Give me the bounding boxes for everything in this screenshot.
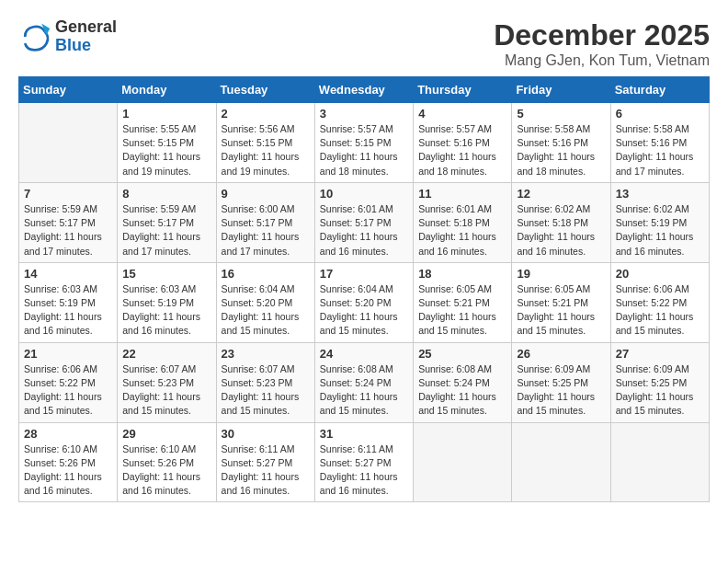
calendar-cell bbox=[512, 422, 610, 502]
day-info: Sunrise: 5:58 AM Sunset: 5:16 PM Dayligh… bbox=[517, 122, 605, 178]
day-info: Sunrise: 5:57 AM Sunset: 5:16 PM Dayligh… bbox=[418, 122, 506, 178]
day-info: Sunrise: 6:07 AM Sunset: 5:23 PM Dayligh… bbox=[222, 362, 310, 419]
day-info: Sunrise: 6:05 AM Sunset: 5:21 PM Dayligh… bbox=[418, 282, 506, 339]
day-number: 20 bbox=[616, 267, 704, 281]
calendar-cell: 11Sunrise: 6:01 AM Sunset: 5:18 PM Dayli… bbox=[414, 182, 512, 262]
weekday-header-row: SundayMondayTuesdayWednesdayThursdayFrid… bbox=[19, 77, 710, 103]
day-number: 27 bbox=[616, 347, 704, 361]
day-info: Sunrise: 6:05 AM Sunset: 5:21 PM Dayligh… bbox=[517, 282, 605, 339]
calendar-cell: 3Sunrise: 5:57 AM Sunset: 5:15 PM Daylig… bbox=[314, 103, 413, 183]
day-number: 4 bbox=[418, 107, 506, 121]
day-info: Sunrise: 6:08 AM Sunset: 5:24 PM Dayligh… bbox=[418, 362, 506, 419]
day-number: 12 bbox=[517, 187, 605, 201]
calendar-cell: 2Sunrise: 5:56 AM Sunset: 5:15 PM Daylig… bbox=[216, 103, 314, 183]
day-info: Sunrise: 6:09 AM Sunset: 5:25 PM Dayligh… bbox=[517, 362, 605, 419]
calendar-cell: 20Sunrise: 6:06 AM Sunset: 5:22 PM Dayli… bbox=[610, 262, 709, 342]
calendar-cell: 30Sunrise: 6:11 AM Sunset: 5:27 PM Dayli… bbox=[216, 422, 314, 502]
calendar-cell: 24Sunrise: 6:08 AM Sunset: 5:24 PM Dayli… bbox=[314, 342, 413, 422]
day-info: Sunrise: 6:06 AM Sunset: 5:22 PM Dayligh… bbox=[616, 282, 704, 339]
calendar-cell: 27Sunrise: 6:09 AM Sunset: 5:25 PM Dayli… bbox=[610, 342, 709, 422]
calendar-subtitle: Mang GJen, Kon Tum, Vietnam bbox=[494, 52, 710, 69]
calendar-cell: 18Sunrise: 6:05 AM Sunset: 5:21 PM Dayli… bbox=[414, 262, 512, 342]
day-number: 29 bbox=[122, 427, 210, 441]
weekday-header-wednesday: Wednesday bbox=[314, 77, 413, 103]
day-number: 6 bbox=[616, 107, 704, 121]
calendar-cell: 12Sunrise: 6:02 AM Sunset: 5:18 PM Dayli… bbox=[512, 182, 610, 262]
day-info: Sunrise: 6:11 AM Sunset: 5:27 PM Dayligh… bbox=[222, 442, 310, 499]
day-number: 10 bbox=[320, 187, 408, 201]
calendar-cell bbox=[610, 422, 709, 502]
day-number: 17 bbox=[320, 267, 408, 281]
logo-icon bbox=[18, 20, 51, 53]
day-info: Sunrise: 6:11 AM Sunset: 5:27 PM Dayligh… bbox=[320, 442, 408, 499]
day-info: Sunrise: 5:58 AM Sunset: 5:16 PM Dayligh… bbox=[616, 122, 704, 178]
weekday-header-friday: Friday bbox=[512, 77, 610, 103]
week-row-4: 21Sunrise: 6:06 AM Sunset: 5:22 PM Dayli… bbox=[19, 342, 710, 422]
day-number: 15 bbox=[122, 267, 210, 281]
day-number: 11 bbox=[418, 187, 506, 201]
day-number: 13 bbox=[616, 187, 704, 201]
day-info: Sunrise: 6:04 AM Sunset: 5:20 PM Dayligh… bbox=[320, 282, 408, 339]
day-number: 19 bbox=[517, 267, 605, 281]
calendar-cell: 22Sunrise: 6:07 AM Sunset: 5:23 PM Dayli… bbox=[118, 342, 216, 422]
day-number: 22 bbox=[122, 347, 210, 361]
day-info: Sunrise: 6:01 AM Sunset: 5:18 PM Dayligh… bbox=[418, 202, 506, 259]
title-block: December 2025 Mang GJen, Kon Tum, Vietna… bbox=[494, 18, 710, 69]
day-number: 8 bbox=[122, 187, 210, 201]
day-number: 26 bbox=[517, 347, 605, 361]
calendar-cell: 13Sunrise: 6:02 AM Sunset: 5:19 PM Dayli… bbox=[610, 182, 709, 262]
calendar-cell: 5Sunrise: 5:58 AM Sunset: 5:16 PM Daylig… bbox=[512, 103, 610, 183]
calendar-cell bbox=[414, 422, 512, 502]
calendar-cell: 25Sunrise: 6:08 AM Sunset: 5:24 PM Dayli… bbox=[414, 342, 512, 422]
day-number: 5 bbox=[517, 107, 605, 121]
calendar-table: SundayMondayTuesdayWednesdayThursdayFrid… bbox=[18, 76, 710, 502]
calendar-cell: 31Sunrise: 6:11 AM Sunset: 5:27 PM Dayli… bbox=[314, 422, 413, 502]
calendar-cell: 9Sunrise: 6:00 AM Sunset: 5:17 PM Daylig… bbox=[216, 182, 314, 262]
day-number: 31 bbox=[320, 427, 408, 441]
day-number: 9 bbox=[222, 187, 310, 201]
day-info: Sunrise: 6:04 AM Sunset: 5:20 PM Dayligh… bbox=[222, 282, 310, 339]
calendar-cell: 28Sunrise: 6:10 AM Sunset: 5:26 PM Dayli… bbox=[19, 422, 118, 502]
day-info: Sunrise: 6:03 AM Sunset: 5:19 PM Dayligh… bbox=[24, 282, 112, 339]
calendar-cell bbox=[19, 103, 118, 183]
calendar-cell: 7Sunrise: 5:59 AM Sunset: 5:17 PM Daylig… bbox=[19, 182, 118, 262]
logo-blue-text: Blue bbox=[55, 37, 117, 55]
day-info: Sunrise: 6:03 AM Sunset: 5:19 PM Dayligh… bbox=[122, 282, 210, 339]
day-number: 21 bbox=[24, 347, 112, 361]
page-header: General Blue December 2025 Mang GJen, Ko… bbox=[18, 18, 710, 69]
week-row-2: 7Sunrise: 5:59 AM Sunset: 5:17 PM Daylig… bbox=[19, 182, 710, 262]
day-info: Sunrise: 5:57 AM Sunset: 5:15 PM Dayligh… bbox=[320, 122, 408, 178]
logo-general-text: General bbox=[55, 18, 117, 37]
day-info: Sunrise: 6:01 AM Sunset: 5:17 PM Dayligh… bbox=[320, 202, 408, 259]
day-info: Sunrise: 6:02 AM Sunset: 5:19 PM Dayligh… bbox=[616, 202, 704, 259]
week-row-1: 1Sunrise: 5:55 AM Sunset: 5:15 PM Daylig… bbox=[19, 103, 710, 183]
day-number: 30 bbox=[222, 427, 310, 441]
day-info: Sunrise: 6:10 AM Sunset: 5:26 PM Dayligh… bbox=[122, 442, 210, 499]
day-info: Sunrise: 6:10 AM Sunset: 5:26 PM Dayligh… bbox=[24, 442, 112, 499]
calendar-cell: 4Sunrise: 5:57 AM Sunset: 5:16 PM Daylig… bbox=[414, 103, 512, 183]
calendar-cell: 15Sunrise: 6:03 AM Sunset: 5:19 PM Dayli… bbox=[118, 262, 216, 342]
calendar-cell: 8Sunrise: 5:59 AM Sunset: 5:17 PM Daylig… bbox=[118, 182, 216, 262]
weekday-header-thursday: Thursday bbox=[414, 77, 512, 103]
day-number: 7 bbox=[24, 187, 112, 201]
day-info: Sunrise: 5:55 AM Sunset: 5:15 PM Dayligh… bbox=[122, 122, 210, 178]
weekday-header-monday: Monday bbox=[118, 77, 216, 103]
day-number: 25 bbox=[418, 347, 506, 361]
logo: General Blue bbox=[18, 18, 117, 55]
day-info: Sunrise: 6:07 AM Sunset: 5:23 PM Dayligh… bbox=[122, 362, 210, 419]
day-info: Sunrise: 6:09 AM Sunset: 5:25 PM Dayligh… bbox=[616, 362, 704, 419]
calendar-cell: 19Sunrise: 6:05 AM Sunset: 5:21 PM Dayli… bbox=[512, 262, 610, 342]
calendar-cell: 10Sunrise: 6:01 AM Sunset: 5:17 PM Dayli… bbox=[314, 182, 413, 262]
day-number: 24 bbox=[320, 347, 408, 361]
calendar-cell: 26Sunrise: 6:09 AM Sunset: 5:25 PM Dayli… bbox=[512, 342, 610, 422]
day-number: 16 bbox=[222, 267, 310, 281]
day-number: 14 bbox=[24, 267, 112, 281]
day-number: 28 bbox=[24, 427, 112, 441]
day-number: 23 bbox=[222, 347, 310, 361]
week-row-3: 14Sunrise: 6:03 AM Sunset: 5:19 PM Dayli… bbox=[19, 262, 710, 342]
day-number: 1 bbox=[122, 107, 210, 121]
calendar-cell: 23Sunrise: 6:07 AM Sunset: 5:23 PM Dayli… bbox=[216, 342, 314, 422]
day-info: Sunrise: 6:08 AM Sunset: 5:24 PM Dayligh… bbox=[320, 362, 408, 419]
weekday-header-tuesday: Tuesday bbox=[216, 77, 314, 103]
weekday-header-saturday: Saturday bbox=[610, 77, 709, 103]
